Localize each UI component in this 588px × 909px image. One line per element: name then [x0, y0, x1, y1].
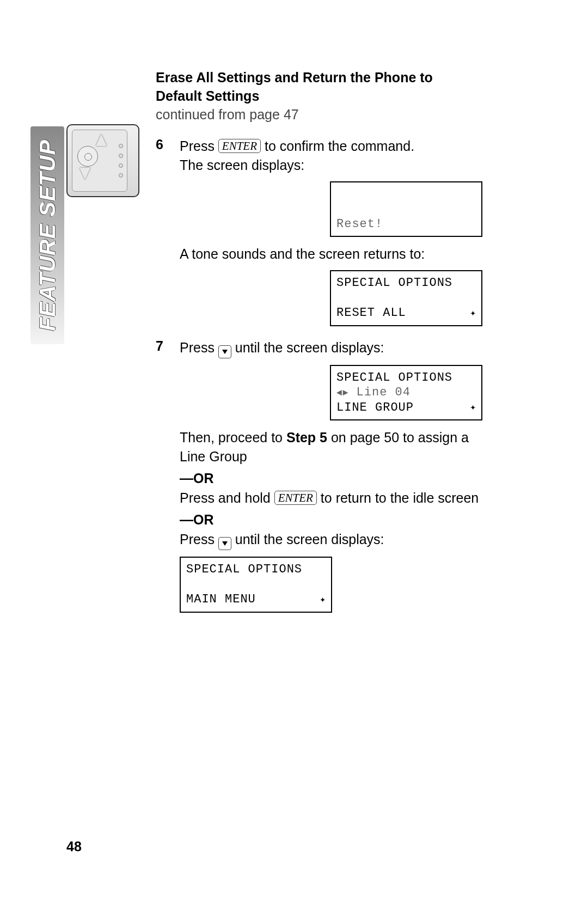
step-7-after: until the screen displays: — [231, 340, 384, 355]
arrows-lr-icon: ◄► — [336, 388, 348, 398]
press-hold-2: to return to the idle screen — [317, 490, 479, 505]
heading-line-2: Default Settings — [156, 88, 259, 103]
lcd2-row3: RESET ALL ✦ — [336, 306, 476, 321]
press-down-1: Press — [180, 532, 218, 547]
lcd4-empty-row — [186, 577, 326, 593]
lcd1-empty-row2 — [336, 202, 476, 217]
lcd3-row2-text: Line 04 — [348, 386, 411, 399]
lcd-screen-2: SPECIAL OPTIONS RESET ALL ✦ — [330, 270, 482, 326]
lcd2-row3-text: RESET ALL — [336, 306, 406, 321]
page-number: 48 — [66, 839, 82, 855]
phone-illustration-thumbnail — [66, 124, 139, 197]
nav-icon: ✦ — [470, 307, 476, 320]
enter-key-icon: ENTER — [274, 491, 317, 505]
step-7: 7 Press until the screen displays: SPECI… — [156, 338, 482, 467]
then-text-1: Then, proceed to — [180, 430, 286, 445]
lcd4-row3-text: MAIN MENU — [186, 592, 256, 607]
heading-line-1: Erase All Settings and Return the Phone … — [156, 70, 433, 85]
down-arrow-icon — [218, 537, 231, 550]
lcd3-row2: ◄► Line 04 — [336, 385, 476, 400]
continued-from: continued from page 47 — [156, 107, 482, 123]
or-divider-1: —OR — [180, 471, 482, 486]
content-area: Erase All Settings and Return the Phone … — [156, 69, 482, 620]
or-divider-2: —OR — [180, 512, 482, 528]
side-tab: FEATURE SETUP — [30, 126, 64, 344]
section-heading: Erase All Settings and Return the Phone … — [156, 69, 482, 106]
lcd-screen-4: SPECIAL OPTIONS MAIN MENU ✦ — [180, 557, 332, 613]
step-7-number: 7 — [156, 338, 170, 467]
enter-key-icon: ENTER — [218, 139, 261, 153]
lcd1-empty-row — [336, 187, 476, 202]
step-5-ref: Step 5 — [286, 430, 327, 445]
step-6-after: to confirm the command. — [261, 138, 414, 154]
step-6: 6 Press ENTER to confirm the command. Th… — [156, 137, 482, 334]
lcd4-row3: MAIN MENU ✦ — [186, 592, 326, 607]
lcd3-row1: SPECIAL OPTIONS — [336, 370, 476, 386]
step-7-body: Press until the screen displays: SPECIAL… — [180, 338, 482, 467]
nav-icon: ✦ — [320, 594, 326, 606]
step-7-prefix: Press — [180, 340, 218, 355]
press-down-text: Press until the screen displays: — [180, 530, 482, 550]
tone-text: A tone sounds and the screen returns to: — [180, 245, 482, 264]
step-6-line2: The screen displays: — [180, 157, 304, 173]
lcd2-empty-row — [336, 291, 476, 306]
step-6-body: Press ENTER to confirm the command. The … — [180, 137, 482, 334]
lcd3-row3-text: LINE GROUP — [336, 400, 414, 416]
side-tab-text: FEATURE SETUP — [35, 139, 60, 331]
lcd2-row1: SPECIAL OPTIONS — [336, 276, 476, 291]
press-hold-1: Press and hold — [180, 490, 274, 505]
lcd1-row3: Reset! — [336, 217, 476, 232]
step-6-prefix: Press — [180, 138, 218, 154]
lcd-screen-3: SPECIAL OPTIONS ◄► Line 04 LINE GROUP ✦ — [330, 365, 482, 421]
nav-icon: ✦ — [470, 401, 476, 414]
press-down-2: until the screen displays: — [231, 532, 384, 547]
then-proceed-text: Then, proceed to Step 5 on page 50 to as… — [180, 428, 482, 466]
lcd3-row3: LINE GROUP ✦ — [336, 400, 476, 416]
lcd-screen-1: Reset! — [330, 181, 482, 237]
step-6-number: 6 — [156, 137, 170, 334]
lcd4-row1: SPECIAL OPTIONS — [186, 562, 326, 577]
down-arrow-icon — [218, 345, 231, 358]
press-hold-text: Press and hold ENTER to return to the id… — [180, 489, 482, 508]
